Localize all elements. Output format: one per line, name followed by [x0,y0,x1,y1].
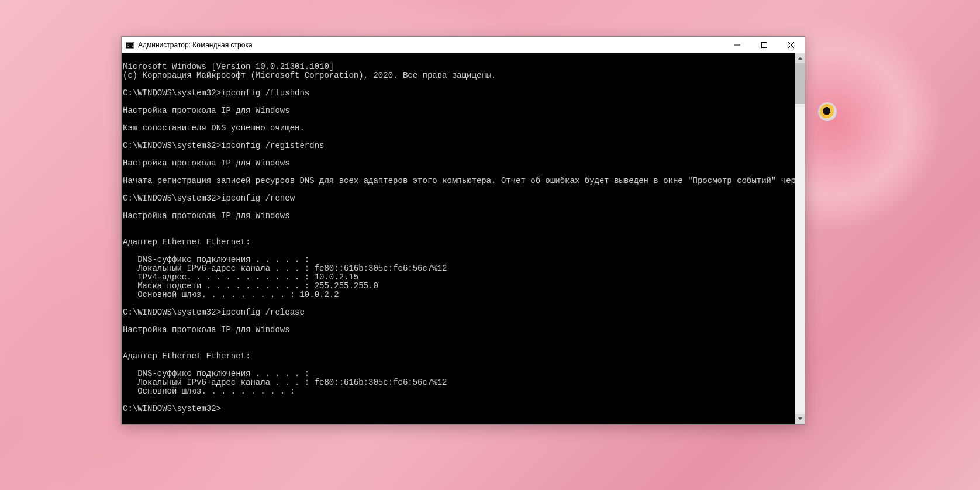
window-title: Администратор: Командная строка [138,41,253,49]
scroll-up-button[interactable] [795,53,805,63]
vertical-scrollbar[interactable] [795,53,805,424]
scroll-down-button[interactable] [795,414,805,424]
svg-rect-3 [734,45,740,46]
scroll-track[interactable] [795,63,805,414]
cmd-icon: C:\ [125,40,134,50]
wallpaper-accent [820,104,835,119]
svg-rect-4 [762,43,767,48]
terminal-output[interactable]: Microsoft Windows [Version 10.0.21301.10… [122,61,795,416]
desktop-background: C:\ Администратор: Командная строка Micr… [0,0,980,490]
close-button[interactable] [778,37,805,53]
svg-text:C:\: C:\ [127,43,133,47]
scroll-thumb[interactable] [795,63,805,104]
client-area: Microsoft Windows [Version 10.0.21301.10… [122,53,805,424]
maximize-button[interactable] [751,37,778,53]
minimize-button[interactable] [724,37,751,53]
titlebar[interactable]: C:\ Администратор: Командная строка [122,37,805,53]
cmd-window: C:\ Администратор: Командная строка Micr… [121,36,805,425]
